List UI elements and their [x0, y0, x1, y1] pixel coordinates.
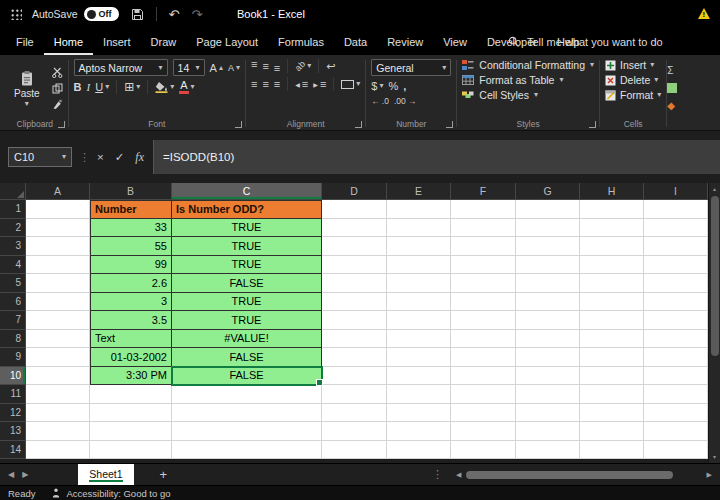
cell-F6[interactable]	[451, 293, 516, 312]
cell-A6[interactable]	[26, 293, 90, 312]
decrease-font-button[interactable]: A▾	[228, 63, 240, 73]
cell-I13[interactable]	[644, 422, 708, 441]
vertical-scrollbar[interactable]: ▴ ▾	[708, 183, 720, 463]
cell-I8[interactable]	[644, 330, 708, 349]
underline-button[interactable]: U▾	[95, 81, 109, 93]
cell-C9[interactable]: FALSE	[172, 348, 322, 367]
clipboard-dialog-launcher[interactable]	[58, 121, 65, 128]
cell-B12[interactable]	[90, 404, 172, 423]
format-cells-button[interactable]: Format ▾	[605, 89, 661, 101]
cell-G7[interactable]	[516, 311, 580, 330]
cell-C1[interactable]: Is Number ODD?	[172, 200, 322, 219]
cell-C7[interactable]: TRUE	[172, 311, 322, 330]
tab-review[interactable]: Review	[377, 28, 433, 55]
cell-D8[interactable]	[322, 330, 387, 349]
cell-H7[interactable]	[580, 311, 644, 330]
cell-A7[interactable]	[26, 311, 90, 330]
cell-A13[interactable]	[26, 422, 90, 441]
cell-I7[interactable]	[644, 311, 708, 330]
cell-E5[interactable]	[387, 274, 451, 293]
conditional-formatting-button[interactable]: Conditional Formatting ▾	[462, 59, 594, 71]
cell-G2[interactable]	[516, 219, 580, 238]
cell-I10[interactable]	[644, 367, 708, 386]
cell-B2[interactable]: 33	[90, 219, 172, 238]
cell-B4[interactable]: 99	[90, 256, 172, 275]
font-size-combo[interactable]: 14 ▾	[173, 59, 205, 76]
cell-G11[interactable]	[516, 385, 580, 404]
copy-button[interactable]	[52, 83, 63, 94]
formula-input[interactable]: =ISODD(B10)	[153, 140, 720, 174]
cell-E10[interactable]	[387, 367, 451, 386]
cell-F5[interactable]	[451, 274, 516, 293]
tab-file[interactable]: File	[6, 28, 44, 55]
cell-C4[interactable]: TRUE	[172, 256, 322, 275]
cell-C12[interactable]	[172, 404, 322, 423]
cell-B13[interactable]	[90, 422, 172, 441]
cell-I4[interactable]	[644, 256, 708, 275]
row-header-10[interactable]: 10	[0, 367, 26, 386]
cell-F12[interactable]	[451, 404, 516, 423]
row-header-6[interactable]: 6	[0, 293, 26, 312]
scroll-up-icon[interactable]: ▴	[713, 185, 716, 193]
cell-D1[interactable]	[322, 200, 387, 219]
cell-I6[interactable]	[644, 293, 708, 312]
cell-E4[interactable]	[387, 256, 451, 275]
horizontal-scrollbar[interactable]: ◀ ▶	[456, 469, 712, 481]
cell-F14[interactable]	[451, 441, 516, 460]
cell-G4[interactable]	[516, 256, 580, 275]
cell-F11[interactable]	[451, 385, 516, 404]
center-button[interactable]: ≡	[262, 79, 268, 89]
italic-button[interactable]: I	[87, 81, 91, 93]
row-header-9[interactable]: 9	[0, 348, 26, 367]
cell-E11[interactable]	[387, 385, 451, 404]
cell-E9[interactable]	[387, 348, 451, 367]
align-right-button[interactable]: ≡	[274, 79, 280, 89]
cell-G13[interactable]	[516, 422, 580, 441]
font-dialog-launcher[interactable]	[235, 121, 242, 128]
cell-H13[interactable]	[580, 422, 644, 441]
cell-H14[interactable]	[580, 441, 644, 460]
warning-icon[interactable]: !	[698, 8, 710, 19]
number-dialog-launcher[interactable]	[446, 121, 453, 128]
insert-cells-button[interactable]: Insert ▾	[605, 59, 661, 71]
cell-styles-button[interactable]: Cell Styles ▾	[462, 89, 594, 101]
row-header-11[interactable]: 11	[0, 385, 26, 404]
cell-H2[interactable]	[580, 219, 644, 238]
cell-C13[interactable]	[172, 422, 322, 441]
row-header-3[interactable]: 3	[0, 237, 26, 256]
delete-cells-button[interactable]: Delete ▾	[605, 74, 661, 86]
cell-E14[interactable]	[387, 441, 451, 460]
row-header-8[interactable]: 8	[0, 330, 26, 349]
enter-icon[interactable]: ✓	[115, 150, 125, 164]
cell-A5[interactable]	[26, 274, 90, 293]
cell-F9[interactable]	[451, 348, 516, 367]
sheet-nav-left-icon[interactable]: ◀	[8, 470, 14, 479]
tell-me-search[interactable]: Tell me what you want to do	[508, 28, 663, 55]
autosave-toggle[interactable]: Off	[84, 7, 119, 21]
cell-A10[interactable]	[26, 367, 90, 386]
accounting-format-button[interactable]: $▾	[371, 80, 383, 92]
cell-H12[interactable]	[580, 404, 644, 423]
paste-button[interactable]: Paste ▾	[7, 59, 47, 118]
cell-E3[interactable]	[387, 237, 451, 256]
cell-B3[interactable]: 55	[90, 237, 172, 256]
cell-I1[interactable]	[644, 200, 708, 219]
middle-align-button[interactable]: ≡	[262, 61, 268, 71]
cell-B9[interactable]: 01-03-2002	[90, 348, 172, 367]
cell-G3[interactable]	[516, 237, 580, 256]
row-header-5[interactable]: 5	[0, 274, 26, 293]
cell-F13[interactable]	[451, 422, 516, 441]
sheet-tab-splitter[interactable]: ⋮	[432, 468, 443, 481]
cell-D5[interactable]	[322, 274, 387, 293]
cell-C3[interactable]: TRUE	[172, 237, 322, 256]
cell-G14[interactable]	[516, 441, 580, 460]
cell-D13[interactable]	[322, 422, 387, 441]
font-color-button[interactable]: A▾	[179, 80, 194, 94]
increase-font-button[interactable]: A▴	[210, 62, 223, 74]
row-header-7[interactable]: 7	[0, 311, 26, 330]
cell-I14[interactable]	[644, 441, 708, 460]
tab-insert[interactable]: Insert	[93, 28, 141, 55]
cell-F10[interactable]	[451, 367, 516, 386]
cell-D14[interactable]	[322, 441, 387, 460]
cell-A1[interactable]	[26, 200, 90, 219]
